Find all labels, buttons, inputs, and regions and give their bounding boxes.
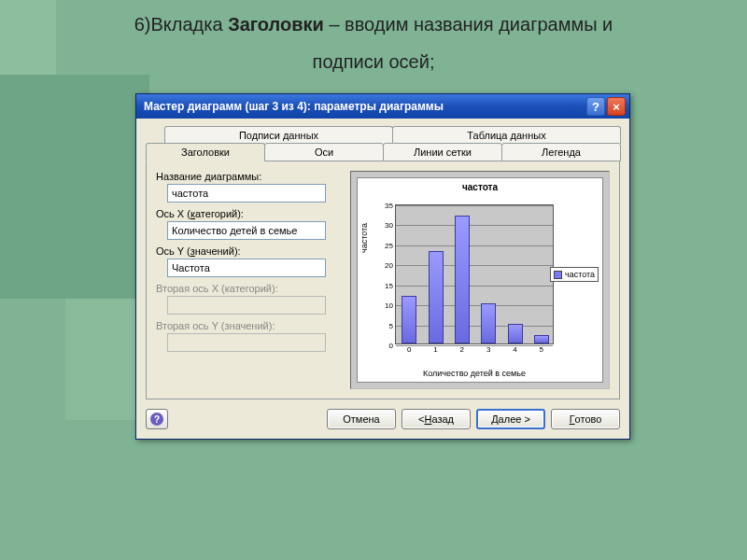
slide-caption-line2: подписи осей; (0, 51, 747, 73)
preview-chart-title: частота (358, 178, 602, 192)
tab-axes[interactable]: Оси (264, 143, 384, 161)
window-title: Мастер диаграмм (шаг 3 из 4): параметры … (144, 100, 585, 113)
chart-wizard-dialog: Мастер диаграмм (шаг 3 из 4): параметры … (135, 93, 630, 440)
legend-swatch-icon (554, 271, 562, 279)
x-axis-input[interactable] (167, 221, 326, 240)
tab-legend[interactable]: Легенда (501, 143, 621, 161)
y2-axis-label: Вторая ось Y (значений): (156, 320, 343, 331)
bar (534, 335, 549, 343)
x-axis-label: Ось X (категорий): (156, 208, 343, 219)
x2-axis-input (167, 296, 326, 315)
tab-gridlines[interactable]: Линии сетки (383, 143, 502, 161)
bar (481, 303, 496, 343)
cancel-button[interactable]: Отмена (327, 409, 396, 429)
titles-form: Название диаграммы: Ось X (категорий): О… (156, 171, 343, 389)
preview-legend: частота (550, 267, 599, 282)
titlebar-help-button[interactable]: ? (586, 97, 605, 116)
plot-area: 05101520253035012345 (395, 204, 554, 344)
tab-data-labels[interactable]: Подписи данных (164, 126, 393, 144)
titlebar-close-button[interactable]: × (607, 97, 626, 116)
question-icon: ? (150, 413, 163, 426)
bar (429, 251, 444, 343)
tab-titles[interactable]: Заголовки (146, 143, 265, 161)
chart-preview: частота частота 05101520253035012345 час… (350, 171, 610, 389)
finish-button[interactable]: Готово (551, 409, 620, 429)
chart-title-input[interactable] (167, 184, 326, 203)
bar (455, 216, 470, 343)
y-axis-input[interactable] (167, 259, 326, 277)
slide-caption: 6)Вкладка Заголовки – вводим названия ди… (0, 14, 747, 35)
bar (508, 324, 523, 343)
back-button[interactable]: < Назад (402, 409, 471, 429)
preview-y-label: частота (359, 223, 369, 253)
x2-axis-label: Вторая ось X (категорий): (156, 283, 343, 294)
bar (402, 296, 416, 343)
chart-title-label: Название диаграммы: (156, 171, 343, 182)
y2-axis-input (167, 333, 326, 352)
preview-x-label: Количество детей в семье (395, 369, 554, 378)
titlebar[interactable]: Мастер диаграмм (шаг 3 из 4): параметры … (136, 94, 629, 119)
help-button[interactable]: ? (146, 409, 168, 429)
y-axis-label: Ось Y (значений): (156, 245, 343, 257)
next-button[interactable]: Далее > (476, 409, 545, 429)
tab-data-table[interactable]: Таблица данных (392, 126, 621, 144)
